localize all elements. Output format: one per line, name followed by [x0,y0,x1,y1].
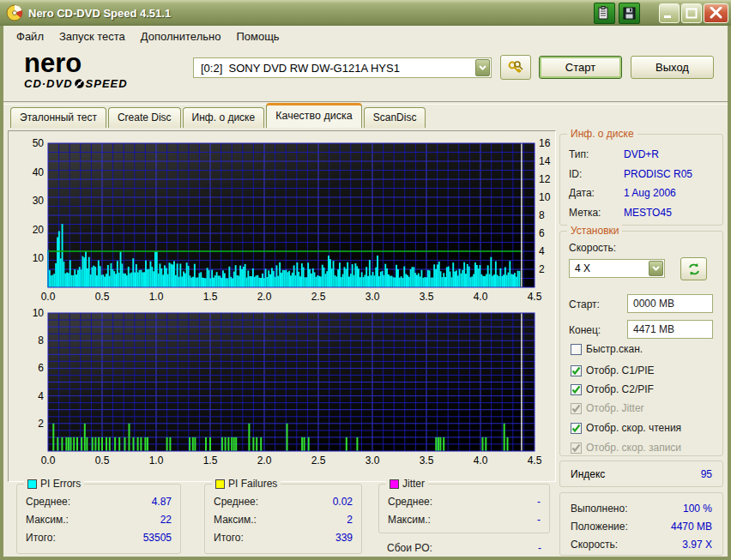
checkbox-icon[interactable] [571,344,582,355]
stats-row-value: - [537,511,541,529]
checkbox-icon[interactable] [571,423,582,434]
checkbox-label: Быстр.скан. [586,343,643,355]
range-end-input[interactable] [627,320,713,339]
done-label: Выполнено: [571,500,627,518]
close-button[interactable] [704,3,728,23]
svg-text:6: 6 [38,362,44,374]
nero-logo-cddvd: CD·DVD [24,78,73,89]
svg-text:8: 8 [38,334,44,346]
maximize-button[interactable] [681,3,702,23]
checkbox-label: Отобр. скор. записи [586,442,681,454]
minimize-button[interactable] [659,3,680,23]
menu-file[interactable]: Файл [9,28,51,45]
stats-title-text: PI Errors [40,478,81,490]
svg-text:20: 20 [33,224,45,236]
legend-color-swatch [27,479,37,489]
stats-row-label: Среднее: [214,493,258,511]
checkbox-show-read-speed[interactable]: Отобр. скор. чтения [571,422,681,434]
svg-text:3.5: 3.5 [420,291,434,303]
disc-date-value: 1 Aug 2006 [624,184,676,203]
range-start-input[interactable] [627,294,713,313]
speed-select[interactable]: 4 X [569,259,665,278]
svg-text:4.0: 4.0 [474,291,488,303]
tab-create-disc[interactable]: Create Disc [108,107,181,128]
po-failures-label: Сбои PO: [387,539,432,557]
svg-text:2.5: 2.5 [311,455,326,467]
stats-row-label: Максим.: [26,511,69,529]
po-failures-value: - [538,539,541,557]
menu-help[interactable]: Помощь [228,28,287,45]
tab-disc-quality[interactable]: Качество диска [266,103,362,128]
checkbox-label: Отобр. Jitter [586,402,644,414]
svg-text:2.0: 2.0 [257,455,272,467]
chevron-down-icon[interactable] [475,59,490,76]
stats-row-value: 339 [335,529,353,547]
svg-text:4.5: 4.5 [528,291,542,303]
disc-id-label: ID: [569,165,624,184]
menu-bar: ФайлЗапуск тестаДополнительноПомощь [3,26,728,46]
disc-info-groupbox: Инф. о диске Тип: DVD+R ID: PRODISC R05 … [559,134,723,226]
settings-groupbox: Установки Скорость: 4 X Старт [559,231,723,456]
menu-extra[interactable]: Дополнительно [133,28,229,45]
speed-label: Скорость: [569,242,616,254]
progress-row-speed: Скорость: 3.97 X [571,536,712,554]
legend-color-swatch [215,479,225,489]
chevron-down-icon[interactable] [649,261,663,276]
speed-label: Скорость: [571,536,618,554]
disc-info-title: Инф. о диске [567,128,637,140]
disc-info-row-label: Метка: MESTO45 [569,203,714,223]
checkbox-show-c1-pie[interactable]: Отобр. C1/PIE [571,364,655,376]
position-value: 4470 MB [671,518,712,536]
tab-disc-info[interactable]: Инф. о диске [183,107,265,128]
svg-text:40: 40 [33,166,45,178]
progress-row-position: Положение: 4470 MB [571,518,712,536]
jitter-stats-title: Jitter [386,478,428,490]
checkbox-show-jitter: Отобр. Jitter [571,402,644,414]
menu-run-test[interactable]: Запуск теста [51,28,133,45]
position-label: Положение: [571,518,628,536]
range-start-label: Старт: [569,298,600,310]
nero-logo-sub: CD·DVD SPEED [24,78,128,89]
svg-text:0.5: 0.5 [95,291,110,303]
stats-row-label: Максим.: [388,511,431,529]
checkbox-icon[interactable] [571,384,582,395]
svg-text:2: 2 [38,418,44,430]
drive-select[interactable]: [0:2] SONY DVD RW DW-G121A HYS1 [193,57,492,78]
checkbox-label: Отобр. C1/PIE [586,364,655,376]
exit-button[interactable]: Выход [631,56,714,79]
drive-select-value: [0:2] SONY DVD RW DW-G121A HYS1 [194,62,474,75]
disc-info-row-type: Тип: DVD+R [569,145,714,165]
checkbox-fast-scan[interactable]: Быстр.скан. [571,343,643,355]
start-button[interactable]: Старт [539,56,622,79]
checkbox-label: Отобр. C2/PIF [586,383,654,395]
refresh-speed-button[interactable] [680,257,707,280]
charts-panel: 10203040502468101214162468100.00.00.50.5… [8,130,556,482]
tab-benchmark[interactable]: Эталонный тест [10,107,106,128]
pi-errors-stats-title: PI Errors [24,478,84,490]
svg-text:2.5: 2.5 [311,291,326,303]
disc-label-value: MESTO45 [624,203,672,223]
pi-errors-stats: PI ErrorsСреднее:4.87Максим.:22Итого:535… [16,484,181,554]
checkbox-icon[interactable] [571,365,582,376]
tab-bar: Эталонный тестCreate DiscИнф. о дискеКач… [3,105,728,128]
disc-type-label: Тип: [569,145,624,165]
tab-scandisc[interactable]: ScanDisc [364,107,426,128]
titlebar[interactable]: Nero CD-DVD Speed 4.51.1 [0,0,731,26]
checkbox-label: Отобр. скор. чтения [586,422,681,434]
license-keys-button[interactable] [500,55,531,80]
stats-row: Максим.:- [388,511,541,529]
svg-text:50: 50 [33,137,45,149]
svg-text:4: 4 [539,245,545,257]
svg-text:0.0: 0.0 [41,455,56,467]
svg-text:3.0: 3.0 [366,291,380,303]
pi-failures-stats-title: PI Failures [212,478,281,490]
save-button[interactable] [619,3,640,24]
stats-row: Среднее:0.02 [214,493,353,511]
stats-row-value: 4.87 [152,493,172,511]
copy-to-clipboard-button[interactable] [594,3,615,24]
stats-row-value: 53505 [143,529,172,547]
svg-text:12: 12 [539,173,551,185]
checkbox-show-c2-pif[interactable]: Отобр. C2/PIF [571,383,654,395]
nero-logo-speed: SPEED [86,78,128,89]
stats-row: Среднее:4.87 [26,493,172,511]
